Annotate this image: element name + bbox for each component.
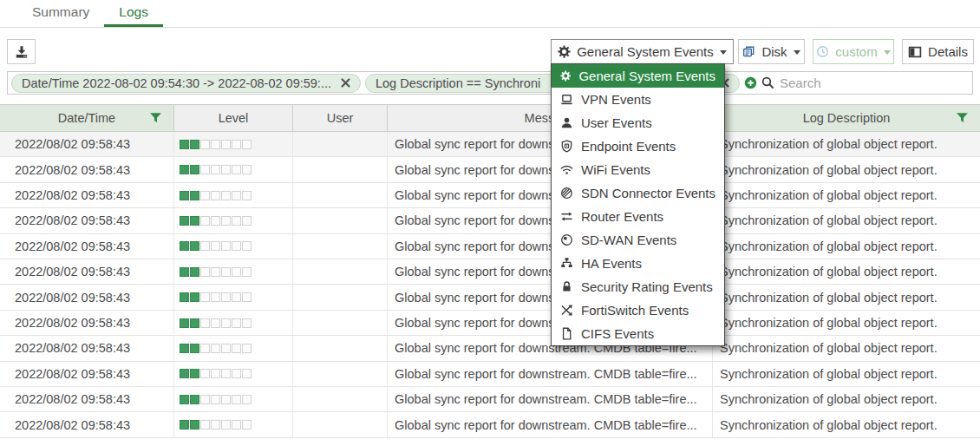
- table-row[interactable]: 2022/08/02 09:58:43 Global sync report f…: [0, 387, 980, 412]
- disk-dropdown-button[interactable]: Disk: [738, 39, 805, 64]
- cell-datetime: 2022/08/02 09:58:43: [0, 311, 174, 335]
- cell-log-description: Synchronization of global object report.: [713, 285, 980, 309]
- table-row[interactable]: 2022/08/02 09:58:43 Global sync report f…: [0, 208, 980, 233]
- menu-item-endpoint-events[interactable]: Endpoint Events: [552, 134, 724, 158]
- cell-user: [293, 208, 388, 233]
- cell-level: [174, 336, 293, 360]
- menu-item-general-system-events[interactable]: General System Events: [552, 64, 724, 88]
- menu-item-ha-events[interactable]: HA Events: [552, 252, 724, 275]
- cell-level: [174, 285, 293, 309]
- column-header-datetime[interactable]: Date/Time: [0, 105, 174, 131]
- menu-item-label: FortiSwitch Events: [581, 303, 689, 318]
- vpn-icon: [560, 93, 573, 106]
- toolbar: General System Events Disk custom Detail…: [7, 39, 973, 64]
- sdn-connector-icon: [560, 187, 573, 200]
- column-header-log-description[interactable]: Log Description: [713, 105, 980, 131]
- clock-icon: [816, 45, 829, 58]
- menu-item-fortiswitch-events[interactable]: FortiSwitch Events: [552, 298, 724, 322]
- table-row[interactable]: 2022/08/02 09:58:43 Global sync report f…: [0, 234, 980, 259]
- filter-chip-label: Date/Time 2022-08-02 09:54:30 -> 2022-08…: [22, 76, 331, 90]
- remove-filter-icon[interactable]: [339, 76, 352, 89]
- cell-log-description: Synchronization of global object report.: [713, 259, 980, 284]
- plus-circle-icon: [744, 76, 757, 89]
- column-header-level[interactable]: Level: [174, 105, 293, 131]
- table-row[interactable]: 2022/08/02 09:58:43 Global sync report f…: [0, 285, 980, 310]
- cell-log-description: Synchronization of global object report.: [713, 208, 980, 233]
- add-filter-button[interactable]: [744, 76, 757, 89]
- menu-item-label: SD-WAN Events: [581, 233, 676, 247]
- menu-item-label: Router Events: [581, 209, 663, 224]
- disk-icon: [742, 45, 755, 58]
- cell-datetime: 2022/08/02 09:58:43: [0, 259, 174, 284]
- cell-level: [174, 157, 293, 181]
- cell-datetime: 2022/08/02 09:58:43: [0, 132, 174, 156]
- filter-chip-datetime[interactable]: Date/Time 2022-08-02 09:54:30 -> 2022-08…: [11, 74, 361, 93]
- cell-user: [293, 259, 388, 284]
- table-row[interactable]: 2022/08/02 09:58:43 Global sync report f…: [0, 183, 980, 208]
- table-row[interactable]: 2022/08/02 09:58:43 Global sync report f…: [0, 311, 980, 336]
- menu-item-security-rating-events[interactable]: Security Rating Events: [552, 275, 724, 298]
- menu-item-sdn-connector-events[interactable]: SDN Connector Events: [552, 181, 724, 205]
- cell-log-description: Synchronization of global object report.: [713, 183, 980, 207]
- cell-user: [293, 234, 388, 259]
- cell-log-description: Synchronization of global object report.: [713, 234, 980, 259]
- search-input[interactable]: [780, 75, 967, 90]
- filter-funnel-icon[interactable]: [149, 112, 162, 125]
- level-indicator: [180, 292, 252, 302]
- table-row[interactable]: 2022/08/02 09:58:43 Global sync report f…: [0, 157, 980, 182]
- sd-wan-icon: [560, 233, 573, 246]
- tab-logs[interactable]: Logs: [104, 0, 163, 27]
- filter-funnel-icon[interactable]: [956, 112, 969, 125]
- menu-item-wifi-events[interactable]: WiFi Events: [552, 158, 724, 181]
- cell-log-description: Synchronization of global object report.: [713, 387, 980, 411]
- menu-item-label: HA Events: [581, 256, 642, 271]
- menu-item-router-events[interactable]: Router Events: [552, 205, 724, 228]
- menu-item-user-events[interactable]: User Events: [552, 111, 724, 134]
- cell-datetime: 2022/08/02 09:58:43: [0, 362, 174, 386]
- menu-item-label: User Events: [581, 115, 652, 130]
- cell-datetime: 2022/08/02 09:58:43: [0, 387, 174, 411]
- level-indicator: [180, 140, 252, 149]
- menu-item-label: VPN Events: [581, 92, 651, 107]
- cell-user: [293, 157, 388, 181]
- gear-icon: [558, 45, 571, 58]
- router-icon: [560, 210, 573, 223]
- tab-summary[interactable]: Summary: [17, 0, 104, 27]
- cifs-icon: [560, 327, 573, 340]
- log-table-header: Date/Time Level User Message Log Descrip…: [0, 104, 980, 132]
- cell-level: [174, 183, 293, 207]
- cell-datetime: 2022/08/02 09:58:43: [0, 234, 174, 259]
- download-button[interactable]: [7, 39, 36, 64]
- details-icon: [908, 45, 922, 59]
- menu-item-cifs-events[interactable]: CIFS Events: [552, 322, 724, 345]
- cell-user: [293, 362, 388, 386]
- cell-log-description: Synchronization of global object report.: [713, 132, 980, 156]
- column-header-user[interactable]: User: [293, 105, 388, 131]
- table-row[interactable]: 2022/08/02 09:58:43 Global sync report f…: [0, 336, 980, 361]
- chevron-down-icon: [720, 50, 727, 55]
- details-button[interactable]: Details: [902, 39, 974, 64]
- cell-message: Global sync report for downstream. CMDB …: [388, 387, 713, 411]
- table-row[interactable]: 2022/08/02 09:58:43 Global sync report f…: [0, 362, 980, 387]
- log-table-body: 2022/08/02 09:58:43 Global sync report f…: [0, 132, 980, 438]
- cell-datetime: 2022/08/02 09:58:43: [0, 285, 174, 309]
- download-icon: [15, 45, 29, 59]
- level-indicator: [180, 165, 252, 174]
- chevron-down-icon: [884, 50, 891, 55]
- level-indicator: [180, 191, 252, 200]
- menu-item-label: Endpoint Events: [581, 139, 676, 154]
- menu-item-sd-wan-events[interactable]: SD-WAN Events: [552, 228, 724, 252]
- filter-search-bar[interactable]: Date/Time 2022-08-02 09:54:30 -> 2022-08…: [7, 71, 973, 95]
- event-type-dropdown-button[interactable]: General System Events: [551, 39, 734, 64]
- table-row[interactable]: 2022/08/02 09:58:43 Global sync report f…: [0, 412, 980, 437]
- cell-level: [174, 412, 293, 436]
- time-range-button[interactable]: custom: [813, 39, 894, 64]
- cell-datetime: 2022/08/02 09:58:43: [0, 208, 174, 233]
- cell-user: [293, 412, 388, 436]
- user-icon: [560, 116, 573, 129]
- table-row[interactable]: 2022/08/02 09:58:43 Global sync report f…: [0, 259, 980, 285]
- cell-user: [293, 132, 388, 156]
- table-row[interactable]: 2022/08/02 09:58:43 Global sync report f…: [0, 132, 980, 157]
- filter-chip-label: Log Description == Synchroni: [376, 76, 540, 90]
- menu-item-vpn-events[interactable]: VPN Events: [552, 88, 724, 111]
